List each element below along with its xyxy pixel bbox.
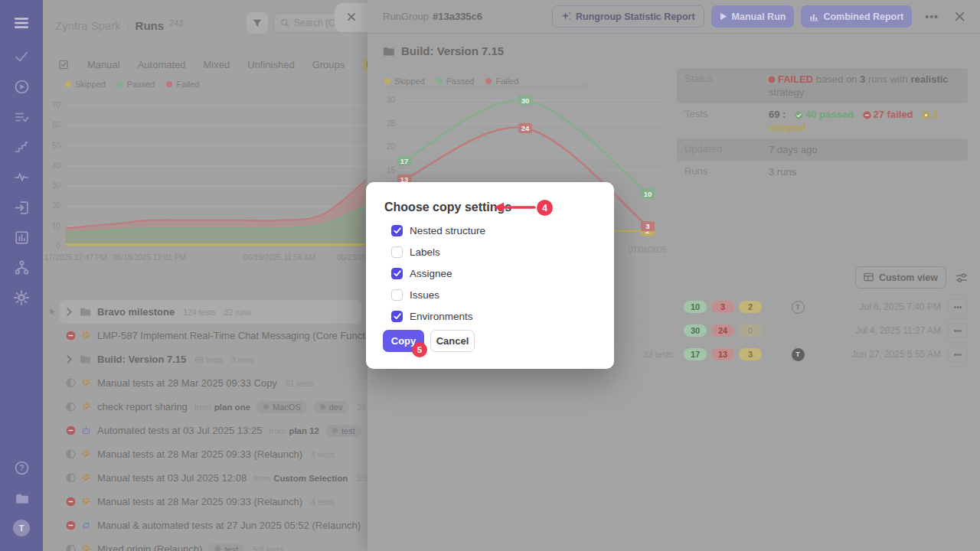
settings-gear-icon[interactable]: [12, 289, 31, 307]
breadcrumb-section[interactable]: Runs: [136, 19, 165, 32]
combined-report-button[interactable]: Combined Report: [801, 5, 912, 28]
menu-icon[interactable]: [12, 14, 31, 32]
run-date: Jul 6, 2025 7:40 PM: [826, 302, 941, 312]
assignee-avatar[interactable]: T: [792, 348, 805, 361]
check-icon[interactable]: [12, 47, 31, 66]
cancel-button[interactable]: Cancel: [430, 330, 475, 352]
run-row[interactable]: LMP-587 Implement Real-Time Chat Messagi…: [43, 324, 368, 347]
option-environments[interactable]: Environments: [384, 305, 473, 327]
rungroup-info: Status FAILED based on 3 runs with reali…: [677, 68, 968, 183]
report-icon[interactable]: [12, 228, 31, 246]
option-label: Environments: [410, 311, 473, 322]
option-nested-structure[interactable]: Nested structure: [384, 220, 485, 241]
tab-unfinished[interactable]: Unfinished: [247, 59, 294, 70]
chevron-right-icon[interactable]: [66, 355, 73, 364]
user-avatar[interactable]: T: [12, 519, 31, 537]
run-meta-runs: 3 runs: [231, 355, 253, 364]
filter-button[interactable]: [247, 12, 268, 34]
close-panel-button[interactable]: [952, 8, 968, 24]
checkbox[interactable]: [391, 225, 403, 236]
status-failed-icon: [66, 425, 76, 435]
mixed-run-icon: [81, 520, 91, 530]
row-more-button[interactable]: •••: [948, 299, 968, 315]
run-row[interactable]: Manual tests at 28 Mar 2025 09:33 (Relau…: [43, 490, 368, 514]
tab-groups[interactable]: Groups: [312, 59, 345, 70]
svg-text:40: 40: [52, 161, 61, 170]
run-title: Automated tests at 03 Jul 2025 13:25: [97, 425, 262, 436]
from-label: from: [253, 474, 270, 483]
row-more-button[interactable]: •••: [948, 347, 968, 362]
close-icon: [955, 11, 965, 21]
branch-icon[interactable]: [12, 258, 31, 276]
custom-view-button[interactable]: Custom view: [855, 266, 946, 289]
result-pills: 17 13 3: [684, 348, 769, 360]
breadcrumb-project[interactable]: Zyntra Spark: [55, 19, 121, 32]
run-row[interactable]: Manual tests at 28 Mar 2025 09:33 (Relau…: [43, 442, 368, 466]
list-check-icon[interactable]: [12, 108, 31, 126]
skipped-pill: 2: [739, 301, 762, 313]
env-chip: MacOS: [256, 401, 307, 413]
run-group-row[interactable]: Build: Version 7.15 69 tests 3 runs: [43, 347, 368, 371]
legend-skipped: Skipped: [65, 80, 106, 89]
option-label: Assignee: [410, 268, 452, 279]
option-issues[interactable]: Issues: [384, 284, 439, 305]
run-meta-runs: 32 runs: [224, 308, 251, 317]
statistic-report-button[interactable]: Rungroup Statistic Report: [552, 5, 704, 28]
skipped-dot: [65, 81, 71, 87]
tab-manual[interactable]: Manual: [87, 59, 120, 70]
manual-run-icon: [81, 497, 91, 507]
manual-run-button[interactable]: Manual Run: [711, 5, 795, 28]
run-row[interactable]: Automated tests at 03 Jul 2025 13:25 fro…: [43, 419, 368, 442]
run-row[interactable]: Manual tests at 03 Jul 2025 12:08 from C…: [43, 466, 368, 490]
checkbox[interactable]: [391, 246, 403, 258]
tab-automated[interactable]: Automated: [138, 59, 186, 70]
tab-mixed[interactable]: Mixed: [204, 59, 230, 70]
from-plan[interactable]: plan 12: [289, 426, 319, 435]
svg-text:20: 20: [52, 201, 61, 210]
from-plan[interactable]: plan one: [214, 403, 250, 412]
assignee-avatar[interactable]: T: [792, 301, 805, 314]
failed-minus-icon: [863, 111, 871, 119]
select-all-icon[interactable]: [58, 59, 70, 70]
annotation-step-badge: 5: [412, 342, 427, 357]
chart-legend: Skipped Passed Failed: [65, 80, 199, 89]
run-date: Jun 27, 2025 5:55 AM: [826, 349, 941, 360]
option-labels[interactable]: Labels: [384, 241, 440, 262]
run-meta-tests: 5/8 tests: [253, 545, 283, 551]
run-row[interactable]: Manual & automated tests at 27 Jun 2025 …: [43, 514, 368, 537]
run-row[interactable]: Mixed origin (Relaunch) test 5/8 tests: [43, 537, 368, 551]
from-plan[interactable]: Custom Selection: [273, 474, 348, 483]
row-more-button[interactable]: •••: [948, 323, 968, 338]
docs-folder-icon[interactable]: [12, 489, 31, 507]
chevron-right-icon[interactable]: [66, 308, 73, 316]
checkbox[interactable]: [391, 289, 403, 301]
more-options-button[interactable]: •••: [919, 11, 945, 23]
import-icon[interactable]: [12, 198, 31, 217]
skipped-pill: 3: [739, 348, 762, 360]
activity-icon[interactable]: [12, 168, 31, 186]
manual-run-icon: [81, 331, 91, 341]
filters-sliders-icon[interactable]: [956, 272, 968, 283]
automated-run-icon: [81, 425, 91, 435]
funnel-icon: [252, 18, 263, 28]
checkbox[interactable]: [391, 311, 403, 322]
steps-icon[interactable]: [12, 138, 31, 156]
manual-run-icon: [81, 378, 91, 388]
run-row[interactable]: check report sharing from plan one MacOS…: [43, 395, 368, 419]
run-title: Manual & automated tests at 27 Jun 2025 …: [97, 520, 361, 531]
play-icon: [720, 12, 727, 21]
play-circle-icon[interactable]: [12, 77, 31, 96]
failed-pill: 24: [711, 324, 734, 337]
status-failed-icon: [66, 520, 76, 530]
option-assignee[interactable]: Assignee: [384, 262, 452, 284]
run-title: Manual tests at 28 Mar 2025 09:33 (Relau…: [97, 448, 302, 460]
copy-settings-modal: Choose copy settings 4 Nested structure …: [366, 182, 614, 369]
svg-text:3: 3: [645, 222, 649, 230]
help-icon[interactable]: ?: [12, 458, 31, 477]
run-group-row[interactable]: Bravo milestone 124 tests 32 runs: [60, 300, 361, 324]
close-icon[interactable]: [347, 12, 356, 21]
checkbox[interactable]: [391, 268, 403, 279]
info-row-updated: Updated 7 days ago: [677, 139, 968, 161]
svg-text:0: 0: [56, 242, 60, 250]
run-row[interactable]: Manual tests at 28 Mar 2025 09:33 Copy 6…: [43, 371, 368, 395]
